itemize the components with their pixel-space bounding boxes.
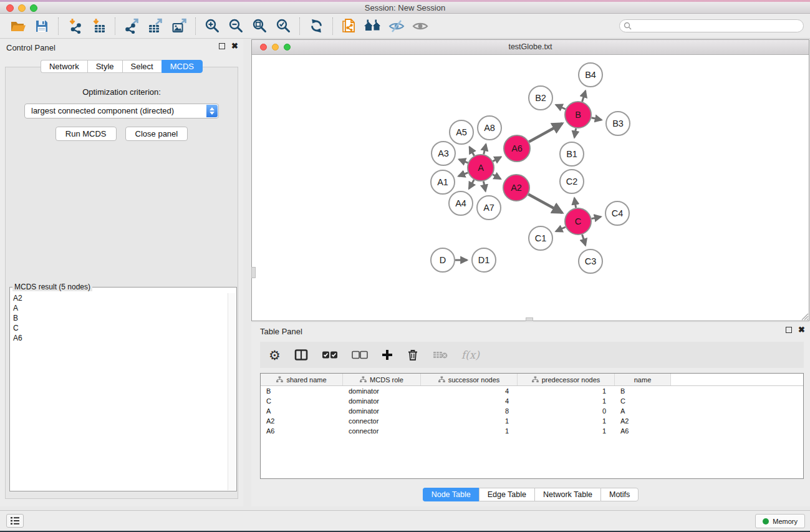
table-cell[interactable]: connector: [343, 416, 421, 426]
network-file-icon[interactable]: [337, 16, 361, 37]
split-panel-icon[interactable]: [294, 346, 308, 364]
graph-edge-A-A8[interactable]: [484, 144, 486, 154]
column-header-name[interactable]: name: [615, 374, 671, 385]
run-mcds-button[interactable]: Run MCDS: [55, 127, 117, 141]
graph-edge-A2-C[interactable]: [528, 195, 562, 213]
graph-edge-A-A7[interactable]: [483, 181, 485, 191]
tab-edge-table[interactable]: Edge Table: [479, 488, 534, 501]
graph-edge-A6-B[interactable]: [529, 123, 562, 142]
mcds-result-item[interactable]: C: [11, 323, 227, 333]
table-cell[interactable]: A: [261, 406, 343, 416]
table-cell[interactable]: A6: [261, 426, 343, 436]
task-history-button[interactable]: [6, 514, 24, 528]
table-row[interactable]: Adominator80A: [261, 406, 803, 416]
graph-edge-A-A3[interactable]: [459, 160, 468, 163]
table-cell[interactable]: B: [615, 386, 671, 396]
table-row[interactable]: A6connector11A6: [261, 426, 803, 436]
float-panel-icon[interactable]: [219, 43, 225, 49]
mcds-result-item[interactable]: A6: [11, 333, 227, 343]
table-row[interactable]: A2connector11A2: [261, 416, 803, 426]
settings-gear-icon[interactable]: ⚙: [269, 346, 281, 364]
refresh-network-icon[interactable]: [304, 16, 328, 37]
search-input[interactable]: [619, 19, 804, 32]
graph-edge-B-B2[interactable]: [556, 105, 566, 109]
table-cell[interactable]: 1: [518, 396, 615, 406]
canvas-bottom-scrollnub[interactable]: [526, 317, 533, 321]
table-cell[interactable]: A2: [615, 416, 671, 426]
table-cell[interactable]: 0: [518, 406, 615, 416]
delete-column-trash-icon[interactable]: [407, 346, 419, 364]
graph-edge-C-C4[interactable]: [592, 217, 601, 219]
hide-eye-icon[interactable]: [385, 16, 408, 37]
float-table-panel-icon[interactable]: [786, 327, 792, 333]
graph-edge-B-B3[interactable]: [592, 118, 602, 120]
tab-node-table[interactable]: Node Table: [423, 488, 479, 501]
table-cell[interactable]: A2: [261, 416, 343, 426]
zoom-in-icon[interactable]: [200, 16, 224, 37]
mcds-result-item[interactable]: B: [11, 313, 227, 323]
table-cell[interactable]: 1: [421, 426, 518, 436]
table-cell[interactable]: A: [615, 406, 671, 416]
graph-edge-A-A6[interactable]: [493, 157, 501, 162]
table-cell[interactable]: dominator: [343, 386, 421, 396]
import-network-icon[interactable]: [63, 16, 87, 37]
export-table-icon[interactable]: [143, 16, 167, 37]
column-header-successor-nodes[interactable]: successor nodes: [421, 374, 518, 385]
add-column-icon[interactable]: [382, 346, 393, 364]
tab-style[interactable]: Style: [87, 60, 122, 73]
tab-network-table[interactable]: Network Table: [534, 488, 600, 501]
save-session-icon[interactable]: [30, 16, 54, 37]
tab-select[interactable]: Select: [122, 60, 162, 73]
mcds-result-item[interactable]: A: [11, 303, 227, 313]
home-icon[interactable]: [361, 16, 385, 37]
close-table-panel-icon[interactable]: ✖: [798, 327, 805, 333]
zoom-out-icon[interactable]: [224, 16, 248, 37]
graph-edge-C-C3[interactable]: [582, 235, 586, 245]
tab-network[interactable]: Network: [41, 60, 87, 73]
result-scrollbar[interactable]: [228, 293, 236, 490]
tab-mcds[interactable]: MCDS: [162, 60, 203, 73]
open-session-icon[interactable]: [6, 16, 30, 37]
table-cell[interactable]: 4: [421, 396, 518, 406]
column-header-MCDS-role[interactable]: MCDS role: [343, 374, 421, 385]
mcds-result-item[interactable]: A2: [11, 293, 227, 303]
canvas-left-scrollnub[interactable]: [251, 267, 256, 278]
graph-edge-C-C1[interactable]: [556, 227, 566, 231]
graph-edge-A-A4[interactable]: [469, 180, 474, 188]
table-cell[interactable]: B: [261, 386, 343, 396]
tab-motifs[interactable]: Motifs: [600, 488, 639, 501]
graph-edge-B-B4[interactable]: [582, 91, 586, 102]
table-row[interactable]: Cdominator41C: [261, 396, 803, 406]
select-all-icon[interactable]: [322, 346, 338, 364]
criterion-dropdown[interactable]: largest connected component (directed): [24, 104, 219, 118]
table-cell[interactable]: A6: [615, 426, 671, 436]
close-panel-icon[interactable]: ✖: [231, 43, 238, 49]
table-cell[interactable]: dominator: [343, 396, 421, 406]
table-cell[interactable]: 1: [518, 386, 615, 396]
table-cell[interactable]: 1: [518, 416, 615, 426]
graph-edge-B-B1[interactable]: [574, 128, 576, 138]
table-cell[interactable]: C: [261, 396, 343, 406]
memory-button[interactable]: Memory: [755, 514, 805, 528]
column-header-predecessor-nodes[interactable]: predecessor nodes: [518, 374, 615, 385]
deselect-all-icon[interactable]: [352, 346, 368, 364]
table-row[interactable]: Bdominator41B: [261, 386, 803, 396]
graph-edge-A-A5[interactable]: [470, 147, 475, 156]
network-canvas[interactable]: AA1A2A3A4A5A6A7A8BB1B2B3B4CC1C2C3C4DD1: [252, 55, 809, 321]
zoom-fit-icon[interactable]: [248, 16, 271, 37]
table-cell[interactable]: dominator: [343, 406, 421, 416]
table-cell[interactable]: 8: [421, 406, 518, 416]
close-panel-button[interactable]: Close panel: [125, 127, 188, 141]
export-image-icon[interactable]: [167, 16, 191, 37]
export-network-icon[interactable]: [120, 16, 143, 37]
show-eye-icon[interactable]: [408, 16, 432, 37]
table-cell[interactable]: 1: [518, 426, 615, 436]
graph-edge-A-A2[interactable]: [493, 175, 501, 179]
resize-grip-icon[interactable]: [800, 312, 809, 321]
column-header-shared-name[interactable]: shared name: [261, 374, 343, 385]
graph-edge-C-C2[interactable]: [574, 198, 576, 208]
table-cell[interactable]: C: [615, 396, 671, 406]
graph-edge-A-A1[interactable]: [458, 173, 468, 177]
table-cell[interactable]: 1: [421, 416, 518, 426]
table-cell[interactable]: 4: [421, 386, 518, 396]
